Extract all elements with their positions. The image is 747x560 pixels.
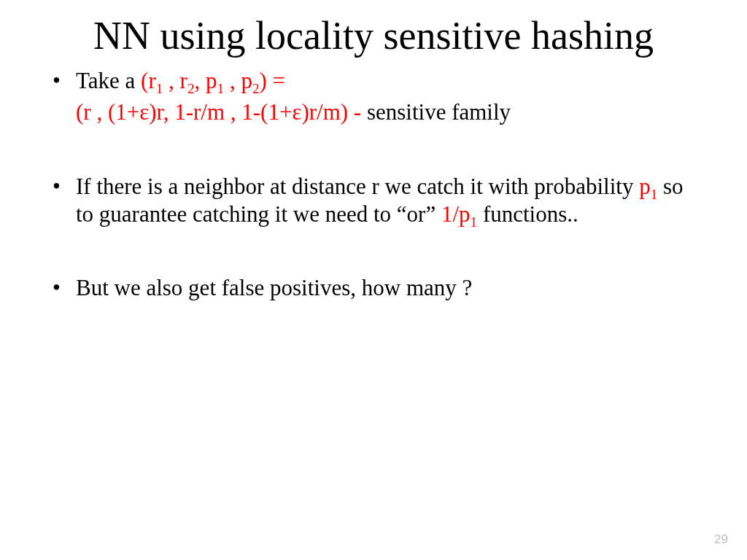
sub: 1 bbox=[217, 81, 225, 96]
page-number: 29 bbox=[714, 532, 728, 547]
tuple-expansion: (r , (1+ε)r, 1-r/m , 1-(1+ε)r/m) - bbox=[76, 99, 367, 125]
t: , p bbox=[195, 68, 217, 93]
t: ) = bbox=[259, 68, 285, 93]
text: Take a bbox=[76, 68, 141, 93]
text: functions.. bbox=[477, 201, 578, 227]
slide-content: Take a (r1 , r2, p1 , p2) = (r , (1+ε)r,… bbox=[0, 58, 747, 303]
text: If there is a neighbor at distance r we … bbox=[76, 174, 639, 199]
sub: 2 bbox=[187, 81, 195, 96]
text: sensitive family bbox=[367, 99, 511, 125]
t: 1/p bbox=[441, 201, 471, 227]
sub: 1 bbox=[471, 215, 478, 230]
bullet-item-1: Take a (r1 , r2, p1 , p2) = bbox=[44, 67, 703, 96]
text: But we also get false positives, how man… bbox=[76, 275, 472, 300]
t: (r bbox=[141, 68, 156, 93]
t: , r bbox=[163, 68, 187, 93]
slide-title: NN using locality sensitive hashing bbox=[0, 0, 747, 58]
sub: 1 bbox=[651, 187, 658, 202]
p1: p1 bbox=[639, 174, 657, 199]
t: , p bbox=[224, 68, 252, 93]
one-over-p1: 1/p1 bbox=[441, 201, 477, 227]
sub: 1 bbox=[156, 81, 163, 96]
bullet-item-3: But we also get false positives, how man… bbox=[44, 274, 703, 303]
bullet-1-continuation: (r , (1+ε)r, 1-r/m , 1-(1+ε)r/m) - sensi… bbox=[44, 97, 703, 128]
bullet-item-2: If there is a neighbor at distance r we … bbox=[44, 173, 703, 230]
t: p bbox=[639, 174, 651, 199]
tuple-red: (r1 , r2, p1 , p2) = bbox=[141, 68, 285, 93]
slide: NN using locality sensitive hashing Take… bbox=[0, 0, 747, 560]
